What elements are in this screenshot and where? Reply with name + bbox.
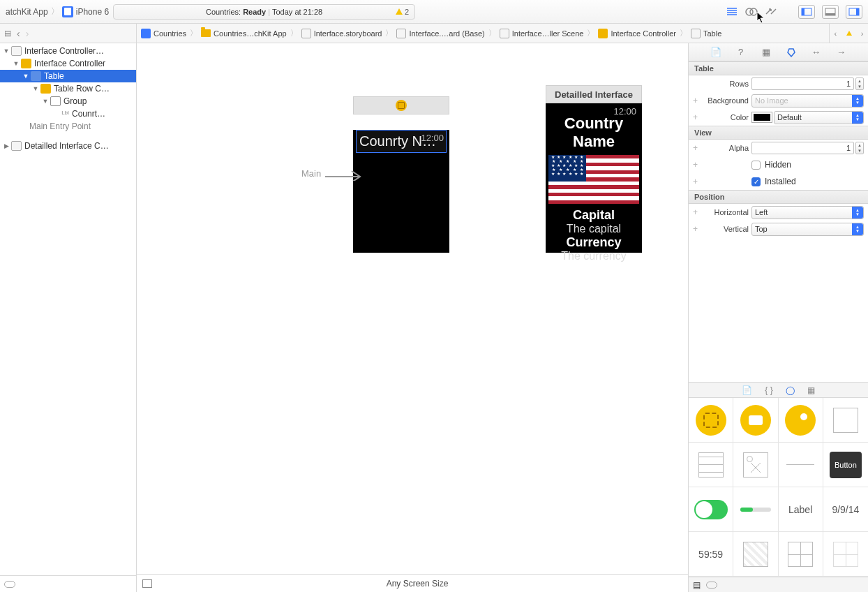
plus-icon[interactable]: + <box>693 177 700 186</box>
warning-count[interactable]: 2 <box>396 8 409 16</box>
outline-body[interactable]: ▼Interface Controller…▼Interface Control… <box>0 43 136 575</box>
lib-switch[interactable] <box>689 487 733 532</box>
lib-slider[interactable] <box>733 487 778 532</box>
lib-separator[interactable] <box>779 443 823 487</box>
object-library-icon[interactable]: ◯ <box>786 385 795 395</box>
currency-heading: Currency <box>546 235 642 250</box>
outline-label: Detailled Interface C… <box>24 141 109 151</box>
controller-icon <box>396 100 407 111</box>
lib-date[interactable]: 9/9/14 <box>823 487 868 532</box>
flag-image: ★★★★★★ ★★★★★ ★★★★★★ ★★★★★ ★★★★★★ <box>548 155 639 204</box>
next-issue-icon[interactable]: › <box>861 29 864 38</box>
outline-label: Group <box>63 96 87 106</box>
outline-label: Table <box>44 71 64 81</box>
plus-icon[interactable]: + <box>693 207 700 217</box>
outline-row[interactable]: Main Entry Point <box>0 120 136 133</box>
toggle-debug-icon[interactable] <box>822 5 839 19</box>
screen-size-label[interactable]: Any Screen Size <box>152 579 682 589</box>
lib-image[interactable] <box>733 443 778 487</box>
scene-header[interactable] <box>353 96 449 114</box>
installed-checkbox[interactable]: ✓ <box>751 177 761 186</box>
outline-row[interactable]: ▼Interface Controller… <box>0 45 136 57</box>
help-inspector-icon[interactable]: ? <box>735 47 747 58</box>
filter-icon[interactable] <box>4 581 15 588</box>
lib-timer[interactable]: 59:59 <box>689 532 733 577</box>
currency-value: The currency <box>546 250 642 262</box>
size-inspector-icon[interactable]: ↔ <box>811 47 822 58</box>
scheme-selector[interactable]: atchKit App 〉 iPhone 6 <box>6 6 109 17</box>
outline-row[interactable]: LblCounrt… <box>0 108 136 120</box>
hidden-checkbox[interactable] <box>751 161 761 170</box>
rows-stepper[interactable]: ▲▼ <box>855 77 864 90</box>
vertical-label: Vertical <box>703 225 749 233</box>
filter-icon[interactable] <box>706 582 717 589</box>
plus-icon[interactable]: + <box>693 96 700 105</box>
color-dropdown[interactable]: Default ▲▼ <box>774 111 864 124</box>
detailed-interface-scene[interactable]: Detailled Interface 12:00 Country Name ★… <box>546 85 642 253</box>
outline-row[interactable]: ▼Table Row C… <box>0 82 136 95</box>
lib-table[interactable] <box>689 443 733 487</box>
jumpbar-nav-controls: ▤ ‹ › <box>0 24 137 43</box>
warning-icon <box>396 8 403 15</box>
interface-controller-scene[interactable]: 12:00 Counrty Na… <box>353 96 449 253</box>
horizontal-label: Horizontal <box>703 208 749 216</box>
grid-view-icon[interactable]: ▤ <box>693 580 701 590</box>
outline-row[interactable]: ▼Group <box>0 95 136 108</box>
rows-input[interactable]: 1 <box>751 77 854 90</box>
outline-toggle-icon[interactable] <box>142 579 152 588</box>
lib-interface-controller[interactable] <box>689 398 733 443</box>
back-icon[interactable]: ‹ <box>17 28 20 39</box>
related-items-icon[interactable]: ▤ <box>4 29 11 38</box>
storyboard-icon <box>301 29 311 38</box>
identity-inspector-icon[interactable]: ▦ <box>761 47 772 58</box>
toggle-navigator-icon[interactable] <box>798 5 815 19</box>
device-label: iPhone 6 <box>76 7 109 17</box>
plus-icon[interactable]: + <box>693 224 700 234</box>
connections-inspector-icon[interactable]: → <box>836 47 847 58</box>
outline-filter-bar <box>0 575 136 592</box>
plus-icon[interactable]: + <box>693 112 700 122</box>
lib-menu-item[interactable] <box>823 532 868 577</box>
editor-version-icon[interactable] <box>763 5 779 19</box>
code-snippet-icon[interactable]: { } <box>765 385 772 395</box>
lib-group[interactable] <box>823 398 868 443</box>
outline-row[interactable]: ▼Table <box>0 70 136 82</box>
file-inspector-icon[interactable]: 📄 <box>710 47 721 58</box>
toggle-utilities-icon[interactable] <box>846 5 862 19</box>
plus-icon[interactable]: + <box>693 160 700 170</box>
lib-glance-controller[interactable] <box>733 398 778 443</box>
svg-rect-11 <box>856 8 859 15</box>
editor-standard-icon[interactable] <box>724 5 740 19</box>
library-grid[interactable]: Button Label 9/9/14 59:59 <box>689 398 868 577</box>
plus-icon[interactable]: + <box>693 143 700 153</box>
phone-icon <box>62 6 73 17</box>
forward-icon[interactable]: › <box>26 28 29 39</box>
entry-point-arrow[interactable]: Main <box>301 165 366 181</box>
attributes-inspector-icon[interactable] <box>786 47 797 58</box>
lib-notification-controller[interactable] <box>779 398 823 443</box>
vertical-dropdown[interactable]: Top ▲▼ <box>751 223 864 236</box>
scene-header[interactable]: Detailled Interface <box>546 85 642 103</box>
background-dropdown[interactable]: No Image ▲▼ <box>751 94 864 108</box>
color-well[interactable] <box>751 112 772 123</box>
capital-heading: Capital <box>546 208 642 223</box>
canvas-body[interactable]: 12:00 Counrty Na… Main Detailled Interfa… <box>137 43 688 574</box>
file-template-icon[interactable]: 📄 <box>742 385 752 395</box>
lib-menu[interactable] <box>779 532 823 577</box>
prev-issue-icon[interactable]: ‹ <box>835 29 837 38</box>
warning-icon[interactable] <box>846 31 852 36</box>
horizontal-dropdown[interactable]: Left ▲▼ <box>751 206 864 219</box>
scene-icon <box>500 29 509 38</box>
alpha-input[interactable]: 1 <box>751 142 854 154</box>
outline-row[interactable]: ▼Interface Controller <box>0 57 136 70</box>
media-library-icon[interactable]: ▦ <box>807 385 815 395</box>
lib-label[interactable]: Label <box>779 487 823 532</box>
canvas: 12:00 Counrty Na… Main Detailled Interfa… <box>137 43 688 592</box>
editor-assistant-icon[interactable] <box>744 5 759 19</box>
lib-map[interactable] <box>733 532 778 577</box>
breadcrumb[interactable]: Countries〉 Countries…chKit App〉 Interfac… <box>137 24 829 43</box>
lib-button[interactable]: Button <box>823 443 868 487</box>
alpha-stepper[interactable]: ▲▼ <box>855 142 864 154</box>
hidden-label: Hidden <box>765 160 791 170</box>
outline-row[interactable]: ▶Detailled Interface C… <box>0 140 136 152</box>
